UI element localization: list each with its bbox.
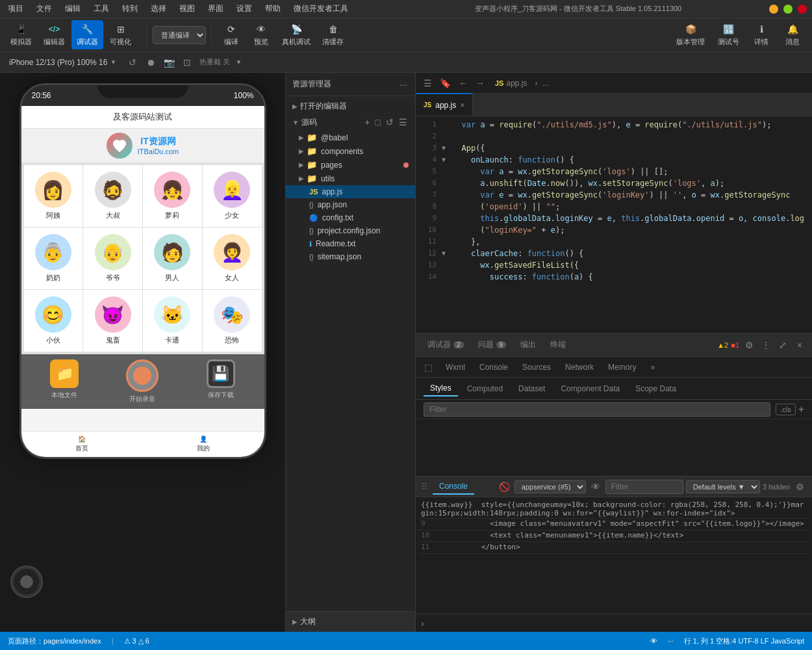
visual-button[interactable]: ⊞ 可视化	[105, 20, 136, 49]
avatar-item-shaonv[interactable]: 👱‍♀️ 少女	[203, 165, 262, 227]
menu-interface[interactable]: 界面	[205, 2, 226, 16]
file-appjs[interactable]: JS app.js	[286, 185, 415, 198]
screenshot-button[interactable]: 📷	[162, 55, 176, 70]
hamburger-icon[interactable]: ☰	[421, 77, 435, 90]
avatar-item-luoli[interactable]: 👧 萝莉	[143, 165, 202, 227]
tab-sources[interactable]: Sources	[516, 360, 557, 374]
root-section[interactable]: ▼ 源码 + □ ↺ ☰	[286, 114, 415, 131]
scope-data-tab[interactable]: Scope Data	[629, 382, 683, 396]
code-area[interactable]: 1 var a = require("./utils/md5.js"), e =…	[416, 116, 812, 333]
new-folder-icon[interactable]: □	[374, 116, 382, 129]
terminal-tab[interactable]: 终端	[544, 337, 572, 353]
compile-mode-select[interactable]: 普通编译	[153, 26, 206, 44]
filter-input[interactable]	[424, 402, 770, 417]
details-button[interactable]: ℹ 详情	[747, 20, 776, 49]
refresh-icon[interactable]: ↺	[385, 116, 395, 129]
issues-tab[interactable]: 问题 9	[472, 337, 513, 353]
start-record-button[interactable]: 开始录音	[126, 359, 159, 404]
minimize-button[interactable]: ─	[769, 5, 778, 14]
folder-components[interactable]: ▶ 📁 components	[286, 144, 415, 158]
menu-edit[interactable]: 编辑	[62, 2, 83, 16]
tab-close-icon[interactable]: ×	[460, 101, 464, 110]
back-icon[interactable]: ←	[456, 77, 470, 90]
tab-appjs[interactable]: JS app.js ×	[416, 93, 473, 116]
file-appjson[interactable]: {} app.json	[286, 198, 415, 211]
menu-wechat[interactable]: 微信开发者工具	[291, 2, 351, 16]
cls-button[interactable]: .cls	[776, 404, 796, 415]
device-debug-button[interactable]: 📡 真机调试	[277, 20, 316, 49]
cursor-tool-icon[interactable]: ⬚	[421, 360, 435, 374]
simulator-button[interactable]: 📱 模拟器	[5, 20, 37, 49]
avatar-item-guichu[interactable]: 😈 鬼畜	[83, 290, 142, 352]
save-download-button[interactable]: 💾 保存下载	[207, 359, 235, 404]
collapse-icon[interactable]: ☰	[398, 116, 409, 129]
preview-button[interactable]: 👁 预览	[247, 20, 275, 49]
file-config[interactable]: 🔵 config.txt	[286, 211, 415, 224]
avatar-item-cartoon[interactable]: 🐱 卡通	[143, 290, 202, 352]
menu-tools[interactable]: 工具	[91, 2, 112, 16]
avatar-item-nainai[interactable]: 👵 奶奶	[24, 228, 83, 289]
tab-more[interactable]: »	[644, 360, 661, 374]
debugger-tab[interactable]: 调试器 2	[421, 337, 470, 353]
tab-network[interactable]: Network	[559, 360, 600, 374]
record-button[interactable]: ⏺	[144, 55, 158, 70]
output-tab[interactable]: 编出	[514, 337, 542, 353]
forward-icon[interactable]: →	[473, 77, 487, 90]
folder-pages[interactable]: ▶ 📁 pages	[286, 158, 415, 172]
dataset-tab[interactable]: Dataset	[512, 382, 552, 396]
new-file-icon[interactable]: +	[363, 116, 371, 129]
tab-memory[interactable]: Memory	[602, 360, 642, 374]
avatar-item-yeye[interactable]: 👴 爷爷	[83, 228, 142, 289]
messages-button[interactable]: 🔔 消息	[778, 20, 807, 49]
menu-select[interactable]: 选择	[148, 2, 169, 16]
file-projectconfig[interactable]: {} project.config.json	[286, 224, 415, 237]
styles-tab[interactable]: Styles	[424, 381, 458, 396]
console-level-select[interactable]: Default levels ▼	[686, 480, 760, 493]
menu-goto[interactable]: 转到	[120, 2, 140, 16]
file-readme[interactable]: ℹ Readme.txt	[286, 237, 415, 250]
console-eye-icon[interactable]: 👁	[589, 480, 603, 494]
bookmark-icon[interactable]: 🔖	[437, 77, 453, 90]
settings-icon[interactable]: ⚙	[742, 338, 756, 352]
menu-project[interactable]: 项目	[5, 2, 26, 16]
console-source-select[interactable]: appservice (#5)	[514, 480, 586, 493]
open-editors-section[interactable]: ▶ 打开的编辑器	[286, 99, 415, 114]
compile-button[interactable]: ⟳ 编译	[217, 20, 246, 49]
maximize-button[interactable]: □	[783, 5, 793, 14]
drag-handle-icon[interactable]: ⠿	[421, 482, 427, 492]
layout-button[interactable]: ⊡	[180, 55, 194, 70]
tab-mine[interactable]: 👤 我的	[197, 436, 210, 453]
computed-tab[interactable]: Computed	[461, 382, 509, 396]
menu-settings[interactable]: 设置	[234, 2, 255, 16]
outline-section[interactable]: ▶ 大纲	[286, 611, 415, 632]
more-status-icon[interactable]: ···	[668, 637, 674, 645]
close-button[interactable]: ×	[798, 5, 807, 14]
expand-icon[interactable]: ⤢	[776, 338, 790, 352]
console-input[interactable]	[427, 619, 807, 628]
menu-help[interactable]: 帮助	[262, 2, 283, 16]
eye-status-icon[interactable]: 👁	[650, 637, 657, 645]
file-tool-more[interactable]: ···	[398, 78, 409, 91]
tab-console[interactable]: Console	[473, 360, 514, 374]
console-clear-icon[interactable]: 🚫	[498, 480, 512, 494]
debugger-button[interactable]: 🔧 调试器	[71, 20, 103, 49]
folder-babel[interactable]: ▶ 📁 @babel	[286, 131, 415, 144]
menu-view[interactable]: 视图	[177, 2, 197, 16]
avatar-item-kongbu[interactable]: 🎭 恐怖	[203, 290, 262, 352]
file-sitemap[interactable]: {} sitemap.json	[286, 250, 415, 263]
close-devtools-icon[interactable]: ×	[793, 338, 807, 352]
component-data-tab[interactable]: Component Data	[554, 382, 626, 396]
add-style-button[interactable]: +	[798, 404, 804, 415]
tab-wxml[interactable]: Wxml	[439, 360, 472, 374]
editor-button[interactable]: </> 编辑器	[38, 20, 70, 49]
console-filter-input[interactable]	[605, 480, 683, 494]
more-icon[interactable]: ⋮	[759, 338, 773, 352]
folder-utils[interactable]: ▶ 📁 utils	[286, 172, 415, 185]
console-settings-icon[interactable]: ⚙	[793, 480, 807, 494]
avatar-item-ayi[interactable]: 👩 阿姨	[24, 165, 83, 227]
console-active-tab[interactable]: Console	[433, 479, 474, 495]
avatar-item-dashu[interactable]: 🧔 大叔	[83, 165, 142, 227]
rotate-button[interactable]: ↺	[125, 55, 140, 70]
tab-home[interactable]: 🏠 首页	[75, 436, 88, 453]
local-files-button[interactable]: 📁 本地文件	[50, 359, 79, 404]
